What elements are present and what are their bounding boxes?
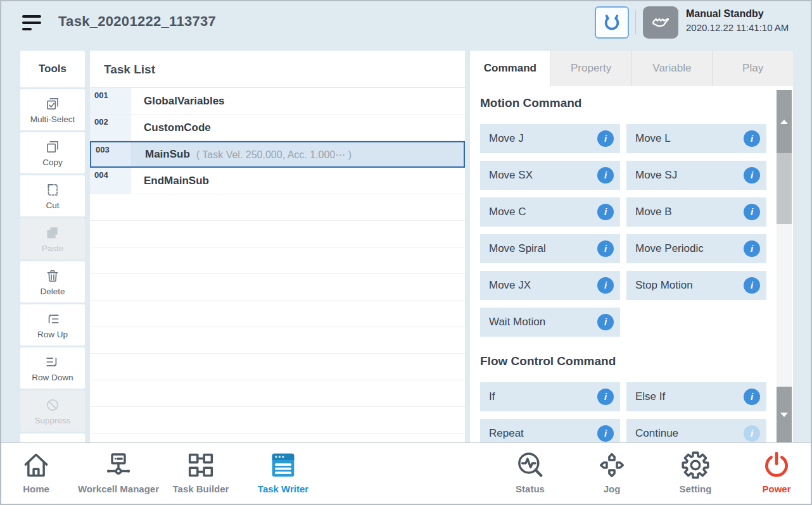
row-number: 001 <box>90 88 130 114</box>
task-builder-icon <box>184 449 217 482</box>
task-row-empty <box>90 274 465 301</box>
info-icon[interactable]: i <box>597 314 614 330</box>
scrollbar[interactable] <box>777 90 792 442</box>
command-wait-motion[interactable]: Wait Motioni <box>480 308 620 337</box>
nav-task-writer[interactable]: Task Writer <box>236 449 331 502</box>
task-writer-icon <box>267 449 300 482</box>
nav-jog[interactable]: Jog <box>564 449 659 502</box>
row-name: MainSub <box>145 148 190 161</box>
mode-label: Manual Standby <box>686 8 789 20</box>
manual-mode-badge <box>643 6 678 39</box>
tools-sidebar: Tools Multi-SelectCopyCutPasteDeleteRow … <box>20 51 85 442</box>
command-if[interactable]: Ifi <box>480 382 620 411</box>
gripper-button[interactable] <box>595 6 629 39</box>
command-move-periodic[interactable]: Move Periodici <box>626 234 766 263</box>
info-icon[interactable]: i <box>744 167 760 184</box>
tool-copy[interactable]: Copy <box>20 132 85 173</box>
command-move-j[interactable]: Move Ji <box>480 124 620 153</box>
tool-label: Row Down <box>32 373 73 382</box>
command-else-if[interactable]: Else Ifi <box>626 382 766 411</box>
row-number: 002 <box>90 115 130 140</box>
task-list-header: Task List <box>90 51 465 88</box>
command-move-spiral[interactable]: Move Spirali <box>480 234 620 263</box>
info-icon[interactable]: i <box>744 389 760 405</box>
task-row-002[interactable]: 002CustomCode <box>90 115 465 141</box>
command-continue[interactable]: Continuei <box>626 419 766 442</box>
suppress-icon <box>44 397 61 413</box>
tool-row-up[interactable]: Row Up <box>20 304 85 346</box>
setting-icon <box>679 449 712 482</box>
divider <box>635 10 636 34</box>
row-name: GlobalVariables <box>144 95 225 108</box>
row-up-icon <box>44 311 61 327</box>
task-row-empty <box>90 221 465 247</box>
info-icon[interactable]: i <box>597 204 614 220</box>
menu-button[interactable] <box>21 9 45 34</box>
tab-property[interactable]: Property <box>550 51 631 86</box>
task-row-empty <box>90 354 465 380</box>
tool-multi-select[interactable]: Multi-Select <box>20 89 85 130</box>
row-name: EndMainSub <box>144 175 209 187</box>
command-move-jx[interactable]: Move JXi <box>480 271 620 300</box>
info-icon[interactable]: i <box>597 130 614 147</box>
task-row-001[interactable]: 001GlobalVariables <box>90 88 465 115</box>
tool-paste: Paste <box>20 218 85 259</box>
panel-tabs: CommandPropertyVariablePlay <box>470 51 793 86</box>
timestamp: 2020.12.22 11:41:10 AM <box>686 22 789 33</box>
scroll-up-button[interactable] <box>777 90 792 153</box>
info-icon[interactable]: i <box>744 240 760 257</box>
tool-label: Suppress <box>34 416 70 425</box>
tab-play[interactable]: Play <box>712 51 793 86</box>
info-icon[interactable]: i <box>744 130 760 147</box>
row-down-icon <box>44 354 61 370</box>
robot-status: Manual Standby 2020.12.22 11:41:10 AM <box>686 8 789 33</box>
tool-label: Delete <box>40 287 65 296</box>
nav-workcell-manager[interactable]: Workcell Manager <box>71 449 166 502</box>
task-row-empty <box>90 407 465 433</box>
nav-task-builder[interactable]: Task Builder <box>153 449 248 502</box>
info-icon[interactable]: i <box>744 204 760 220</box>
tab-command[interactable]: Command <box>470 51 550 86</box>
delete-icon <box>44 268 61 284</box>
info-icon[interactable]: i <box>597 425 614 442</box>
top-bar: Task_20201222_113737 Manual Standby 2020… <box>1 1 811 42</box>
tab-variable[interactable]: Variable <box>631 51 713 86</box>
command-move-sj[interactable]: Move SJi <box>626 161 766 190</box>
command-move-c[interactable]: Move Ci <box>480 197 620 227</box>
info-icon[interactable]: i <box>597 240 614 257</box>
command-repeat[interactable]: Repeati <box>480 419 620 442</box>
command-grid: IfiElse IfiRepeatiContinuei <box>480 382 777 442</box>
scroll-down-button[interactable] <box>777 387 792 442</box>
command-move-l[interactable]: Move Li <box>626 124 766 153</box>
scrollbar-thumb[interactable] <box>777 153 792 224</box>
tool-cut[interactable]: Cut <box>20 175 85 216</box>
command-panel-body: Motion CommandMove JiMove LiMove SXiMove… <box>470 86 793 442</box>
info-icon[interactable]: i <box>597 389 614 405</box>
command-move-b[interactable]: Move Bi <box>626 197 766 227</box>
info-icon[interactable]: i <box>597 277 614 294</box>
command-list: Motion CommandMove JiMove LiMove SXiMove… <box>470 86 777 442</box>
task-row-003[interactable]: 003MainSub( Task Vel. 250.000, Acc. 1.00… <box>90 141 465 168</box>
triangle-down-icon <box>780 413 788 417</box>
tool-delete[interactable]: Delete <box>20 261 85 302</box>
screen: Task_20201222_113737 Manual Standby 2020… <box>0 0 812 505</box>
jog-icon <box>595 449 628 482</box>
tool-label: Cut <box>46 201 59 210</box>
page-title: Task_20201222_113737 <box>58 13 216 30</box>
tool-row-down[interactable]: Row Down <box>20 347 85 389</box>
tool-label: Copy <box>42 158 63 167</box>
tool-card-clipped <box>20 433 85 442</box>
task-row-empty <box>90 327 465 354</box>
row-name: CustomCode <box>144 122 211 134</box>
command-stop-motion[interactable]: Stop Motioni <box>626 271 766 300</box>
command-move-sx[interactable]: Move SXi <box>480 161 620 190</box>
nav-status[interactable]: Status <box>483 449 578 502</box>
hamburger-icon <box>22 15 41 18</box>
info-icon[interactable]: i <box>597 167 614 184</box>
nav-power[interactable]: Power <box>729 449 812 502</box>
paste-icon <box>44 225 61 241</box>
section-title-flow-control-command: Flow Control Command <box>480 354 777 372</box>
workcell-manager-icon <box>102 449 135 482</box>
info-icon[interactable]: i <box>744 277 760 294</box>
task-row-004[interactable]: 004EndMainSub <box>90 168 465 194</box>
